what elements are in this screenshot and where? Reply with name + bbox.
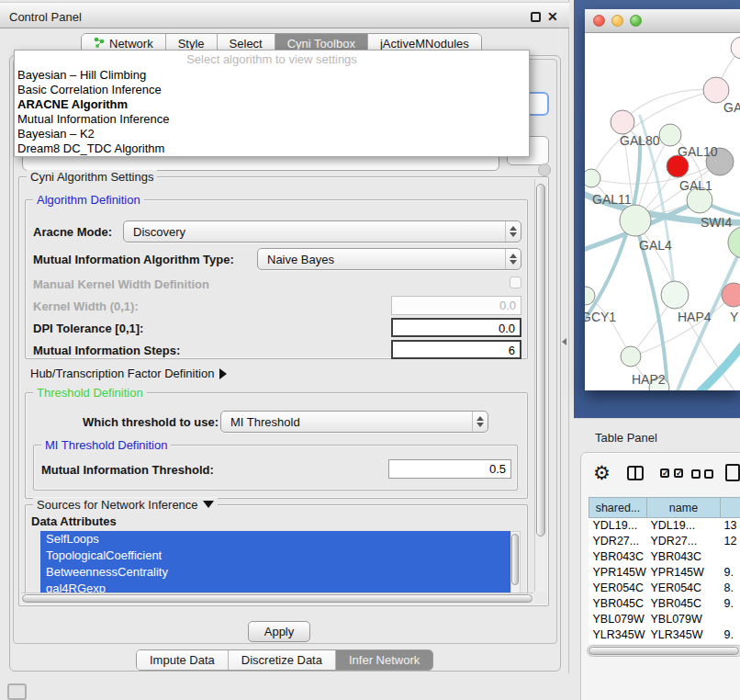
network-node[interactable] [703,77,729,103]
tab-impute-data[interactable]: Impute Data [137,650,229,670]
network-view-window[interactable]: GALGAL80GAL10GAL1GAL11SWI4GAL4GCY1HAP4YH… [585,9,740,390]
table-cell: YIL052C [589,643,647,645]
network-node[interactable] [661,281,689,309]
dropdown-placeholder: Select algorithm to view settings [15,51,529,68]
table-row[interactable]: YLR345WYLR345W9. [589,627,740,643]
which-threshold-value: MI Threshold [221,415,472,429]
table-row[interactable]: YIL052CYIL052C9. [589,643,740,645]
algorithm-option-dream8[interactable]: Dream8 DC_TDC Algorithm [15,141,529,156]
hub-tf-definition-expander[interactable]: Hub/Transcription Factor Definition [30,367,227,380]
node-label: GCY1 [585,310,616,324]
table-horizontal-scrollbar[interactable] [587,645,740,657]
tab-discretize-data[interactable]: Discretize Data [229,650,336,670]
node-label: HAP4 [678,310,712,324]
network-window-titlebar[interactable] [585,9,740,33]
sources-title[interactable]: Sources for Network Inference [33,498,218,512]
network-node[interactable] [611,110,634,134]
settings-scrollbar-thumb[interactable] [536,184,545,536]
mi-steps-field[interactable]: 6 [391,340,521,359]
table-row[interactable]: YBL079WYBL079W [589,612,740,627]
manual-kernel-checkbox[interactable] [510,277,521,288]
column-header[interactable] [721,498,740,518]
table-cell: 8. [721,581,740,596]
manual-kernel-label: Manual Kernel Width Definition [33,277,209,291]
network-node[interactable] [728,227,740,258]
node-label: GAL1 [679,178,712,193]
algorithm-option-bayesian-k2[interactable]: Bayesian – K2 [15,127,529,141]
network-icon [94,37,105,51]
mi-threshold-field[interactable]: 0.5 [388,459,511,479]
dock-handle[interactable] [7,683,27,700]
tab-label: Select [230,37,263,51]
cyni-bottom-tabbar: Impute Data Discretize Data Infer Networ… [136,649,433,671]
table-row[interactable]: YDL19...YDL19...13 [589,518,740,534]
cyni-algorithm-settings-group: Cyni Algorithm Settings Algorithm Defini… [18,176,549,606]
tab-infer-network[interactable]: Infer Network [336,650,432,670]
split-columns-icon[interactable] [627,466,644,480]
settings-horizontal-scrollbar[interactable] [21,593,533,604]
table-hscrollbar-thumb[interactable] [589,647,739,655]
network-node[interactable] [620,205,651,236]
apply-button[interactable]: Apply [248,621,310,642]
network-node[interactable] [585,287,595,305]
algorithm-option-basic-correlation[interactable]: Basic Correlation Inference [15,83,529,97]
close-traffic-light-icon[interactable] [593,15,605,27]
select-all-checkbox-icon[interactable]: ✓ [660,469,669,478]
attribute-item-topologicalcoefficient[interactable]: TopologicalCoefficient [40,548,510,564]
network-node[interactable] [621,346,641,367]
settings-hscrollbar-thumb[interactable] [22,594,533,603]
table-row[interactable]: YBR045CYBR045C9. [589,596,740,612]
kernel-width-field[interactable]: 0.0 [391,296,521,315]
table-cell: YER054C [647,581,721,596]
dpi-tolerance-field[interactable]: 0.0 [391,318,521,337]
aracne-mode-value: Discovery [124,225,505,239]
dpi-tolerance-label: DPI Tolerance [0,1]: [33,322,143,335]
algorithm-definition-group: Algorithm Definition Aracne Mode: Discov… [25,199,528,359]
column-header[interactable]: shared... [589,498,647,518]
algorithm-option-aracne[interactable]: ARACNE Algorithm [15,97,529,112]
restore-window-icon[interactable] [531,12,541,22]
table-panel: Table Panel ⚙ ✓ ✓ shared...nameYDL19...Y… [574,418,740,700]
node-label: GAL [723,100,740,115]
table-cell: 9. [721,627,740,643]
algorithm-option-bayesian-hill-climbing[interactable]: Bayesian – Hill Climbing [15,68,529,83]
threshold-definition-group: Threshold Definition Which threshold to … [25,392,528,499]
deselect-all-checkbox-icon[interactable] [691,469,701,479]
select-all-checkbox-icon[interactable]: ✓ [674,469,683,478]
table-cell: YDL19... [589,518,647,534]
network-canvas[interactable]: GALGAL80GAL10GAL1GAL11SWI4GAL4GCY1HAP4YH… [585,33,740,390]
column-header[interactable]: name [647,498,721,518]
settings-vertical-scrollbar[interactable] [534,179,546,592]
mi-type-label: Mutual Information Algorithm Type: [33,253,234,266]
zoom-traffic-light-icon[interactable] [630,15,642,27]
network-node[interactable] [585,169,600,187]
algorithm-option-mutual-information[interactable]: Mutual Information Inference [15,112,529,127]
table-row[interactable]: YER054CYER054C8. [589,581,740,596]
scroll-knob-partial[interactable] [538,164,551,176]
table-row[interactable]: YBR043CYBR043C [589,549,740,565]
attributes-scrollbar[interactable] [510,531,521,596]
table-function-icon[interactable] [725,464,740,481]
table-cell: YER054C [589,581,647,596]
table-cell: YIL052C [647,643,721,645]
table-row[interactable]: YDR27...YDR27...12 [589,534,740,549]
deselect-all-checkbox-icon[interactable] [704,469,713,479]
table-row[interactable]: YPR145WYPR145W9. [589,565,740,581]
table-cell: YDR27... [589,534,647,549]
node-table-scrollport[interactable]: shared...nameYDL19...YDL19...13YDR27...Y… [589,497,740,644]
node-label: Y [730,310,739,324]
network-node[interactable] [731,37,740,59]
splitter-collapse-icon[interactable] [562,338,566,345]
mi-algorithm-type-select[interactable]: Naive Bayes [257,248,521,270]
which-threshold-select[interactable]: MI Threshold [220,411,488,433]
minimize-traffic-light-icon[interactable] [611,15,623,27]
attribute-item-selfloops[interactable]: SelfLoops [40,531,510,548]
network-node[interactable] [659,124,681,146]
table-cell: YLR345W [647,627,721,643]
close-window-icon[interactable]: ✕ [547,11,558,22]
aracne-mode-select[interactable]: Discovery [123,220,521,243]
attribute-item-betweennesscentrality[interactable]: BetweennessCentrality [40,564,510,581]
attributes-scrollbar-thumb[interactable] [511,534,519,585]
gear-icon[interactable]: ⚙ [593,462,611,484]
table-toolbar: ⚙ ✓ ✓ [581,460,740,490]
